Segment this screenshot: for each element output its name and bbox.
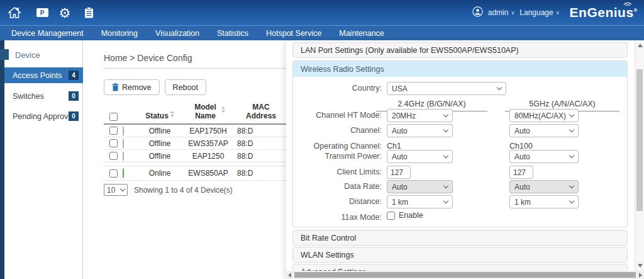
client-limits-24-input[interactable] [387, 166, 411, 179]
transmit-power-24-select[interactable]: Auto [387, 150, 453, 163]
channel-5-select[interactable]: Auto [509, 124, 579, 137]
select-all-checkbox[interactable] [109, 113, 118, 121]
sidebar-item-access-points[interactable]: Access Points 4 [4, 67, 83, 83]
scroll-left-arrow-icon[interactable] [288, 273, 291, 278]
status-dot-offline [123, 139, 124, 149]
clipboard-icon[interactable] [82, 6, 96, 20]
channel-ht-mode-5-select[interactable]: 80MHz(AC/AX) [509, 109, 579, 122]
chevron-down-icon [569, 112, 574, 117]
chevron-down-icon [569, 127, 574, 132]
row-checkbox[interactable] [109, 127, 118, 135]
vertical-scrollbar[interactable] [635, 40, 644, 271]
horizontal-scroll-thumb[interactable] [294, 272, 636, 278]
transmit-power-5-select[interactable]: Auto [509, 150, 579, 163]
data-rate-5-select: Auto [509, 180, 579, 193]
col-mac-address[interactable]: MAC Address [237, 103, 292, 121]
language-label: Language [519, 8, 553, 17]
11ax-enable-label: Enable [399, 211, 423, 220]
sort-icon [170, 111, 174, 117]
sort-icon [221, 106, 225, 113]
horizontal-scrollbar[interactable] [286, 271, 644, 279]
main-content: Home > Device Config Remove Reboot Statu… [84, 40, 286, 279]
scroll-up-arrow-icon[interactable] [638, 43, 643, 47]
channel-24-select[interactable]: Auto [387, 124, 453, 137]
table-header-row: Status Model Name MAC Address [104, 102, 292, 125]
section-lan-port-settings[interactable]: LAN Port Settings (Only available for EW… [292, 42, 628, 58]
settings-gear-icon[interactable]: ⚙ [58, 6, 72, 20]
trash-icon [112, 83, 119, 91]
table-row[interactable]: Offline EWS357AP 88:D [104, 137, 292, 150]
wifi-icon [623, 1, 633, 6]
reboot-button[interactable]: Reboot [165, 79, 206, 95]
status-dot-online [123, 168, 124, 178]
chevron-down-icon: ∨ [511, 10, 514, 16]
11ax-enable-checkbox[interactable] [387, 212, 395, 220]
distance-5-select[interactable]: 1 km [509, 195, 579, 208]
country-select[interactable]: USA [387, 82, 506, 95]
projects-letter: P [36, 8, 48, 17]
nav-statistics[interactable]: Statistics [217, 29, 248, 38]
operating-channel-24: Ch1 [387, 142, 401, 151]
status-dot-offline [123, 151, 124, 161]
row-checkbox[interactable] [109, 139, 118, 147]
sidebar-item-pending-approval[interactable]: Pending Approval 0 [4, 108, 83, 124]
main-nav: Device Management Monitoring Visualizati… [0, 25, 644, 40]
divider [104, 68, 286, 69]
breadcrumb[interactable]: Home > Device Config [104, 53, 192, 63]
channel-ht-mode-24-select[interactable]: 20MHz [387, 109, 453, 122]
table-row[interactable]: Offline EAP1750H 88:D E [104, 125, 292, 137]
device-config-panel: LAN Port Settings (Only available for EW… [286, 40, 644, 279]
country-label: Country: [286, 82, 382, 95]
data-rate-24-select: Auto [387, 180, 453, 193]
vertical-scroll-thumb[interactable] [636, 69, 643, 211]
chevron-down-icon [443, 127, 448, 132]
count-badge: 0 [69, 111, 79, 121]
brand-reg: ® [634, 8, 638, 13]
engenius-logo: EnGenius® [570, 5, 638, 20]
row-checkbox[interactable] [109, 152, 118, 160]
brand-text: EnGenius [570, 5, 634, 20]
nav-device-management[interactable]: Device Management [11, 29, 84, 38]
page-size-select[interactable]: 10 [104, 184, 128, 196]
scroll-down-arrow-icon[interactable] [638, 264, 643, 268]
projects-icon[interactable]: P [35, 6, 49, 20]
operating-channel-5: Ch100 [509, 142, 533, 151]
nav-visualization[interactable]: Visualization [155, 29, 199, 38]
chevron-down-icon: ∨ [556, 10, 560, 16]
row-checkbox[interactable] [109, 169, 118, 178]
count-badge: 4 [69, 71, 79, 80]
scroll-right-arrow-icon[interactable] [639, 273, 642, 278]
chevron-down-icon [120, 186, 125, 191]
nav-monitoring[interactable]: Monitoring [101, 29, 138, 38]
table-row[interactable]: Online EWS850AP 88:D [104, 166, 292, 181]
username: admin [488, 8, 509, 17]
wireless-radio-settings-header[interactable]: Wireless Radio Settings [293, 61, 627, 77]
home-icon[interactable] [8, 6, 21, 20]
chevron-down-icon [497, 85, 502, 90]
count-badge: 0 [69, 91, 79, 101]
sidebar-item-switches[interactable]: Switches 0 [4, 88, 83, 104]
language-menu[interactable]: Language ∨ [519, 8, 559, 17]
chevron-down-icon [443, 153, 448, 158]
client-limits-5-input[interactable] [509, 166, 533, 179]
distance-24-select[interactable]: 1 km [387, 195, 453, 208]
table-row[interactable]: Offline EAP1250 88:D [104, 150, 292, 162]
pagination-summary: Showing 1 to 4 of 4 Device(s) [134, 186, 233, 195]
col-model-name[interactable]: Model Name [179, 103, 237, 121]
top-bar: P ⚙ admin ∨ Language ∨ [0, 0, 644, 25]
chevron-down-icon [443, 112, 448, 117]
remove-button[interactable]: Remove [104, 79, 160, 95]
nav-hotspot-service[interactable]: Hotspot Service [266, 29, 321, 38]
device-table: Status Model Name MAC Address Offline EA… [104, 102, 292, 181]
chevron-down-icon [569, 198, 574, 203]
user-menu[interactable]: admin ∨ [488, 8, 515, 17]
sidebar: Device Access Points 4 Switches 0 Pendin… [0, 40, 83, 279]
chevron-down-icon [443, 198, 448, 203]
section-wlan-settings[interactable]: WLAN Settings [292, 247, 628, 263]
chevron-down-icon [443, 183, 448, 188]
chevron-down-icon [569, 183, 574, 188]
nav-maintenance[interactable]: Maintenance [339, 29, 384, 38]
col-status[interactable]: Status [140, 112, 179, 121]
status-dot-offline [123, 126, 124, 136]
section-bit-rate-control[interactable]: Bit Rate Control [292, 230, 628, 246]
